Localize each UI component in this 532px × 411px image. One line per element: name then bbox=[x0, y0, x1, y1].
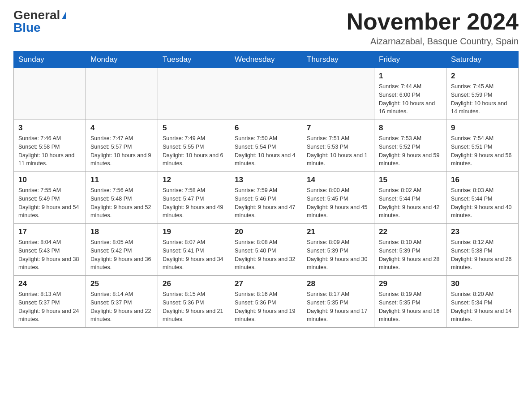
table-row bbox=[14, 68, 86, 120]
day-info: Sunrise: 8:10 AMSunset: 5:39 PMDaylight:… bbox=[379, 238, 442, 272]
day-number: 21 bbox=[307, 227, 369, 236]
location-text: Aizarnazabal, Basque Country, Spain bbox=[347, 36, 519, 47]
table-row: 19Sunrise: 8:07 AMSunset: 5:41 PMDayligh… bbox=[158, 224, 230, 276]
table-row: 12Sunrise: 7:58 AMSunset: 5:47 PMDayligh… bbox=[158, 172, 230, 224]
table-row: 10Sunrise: 7:55 AMSunset: 5:49 PMDayligh… bbox=[14, 172, 86, 224]
day-info: Sunrise: 8:04 AMSunset: 5:43 PMDaylight:… bbox=[18, 238, 81, 272]
day-info: Sunrise: 7:47 AMSunset: 5:57 PMDaylight:… bbox=[90, 134, 153, 168]
calendar-table: Sunday Monday Tuesday Wednesday Thursday… bbox=[13, 51, 519, 328]
table-row: 7Sunrise: 7:51 AMSunset: 5:53 PMDaylight… bbox=[302, 120, 374, 172]
table-row: 23Sunrise: 8:12 AMSunset: 5:38 PMDayligh… bbox=[446, 224, 519, 276]
day-info: Sunrise: 8:16 AMSunset: 5:36 PMDaylight:… bbox=[235, 290, 297, 324]
day-info: Sunrise: 7:56 AMSunset: 5:48 PMDaylight:… bbox=[90, 186, 153, 220]
day-info: Sunrise: 8:07 AMSunset: 5:41 PMDaylight:… bbox=[163, 238, 225, 272]
day-number: 13 bbox=[235, 176, 297, 184]
day-number: 4 bbox=[90, 124, 153, 133]
table-row: 5Sunrise: 7:49 AMSunset: 5:55 PMDaylight… bbox=[158, 120, 230, 172]
logo-blue-text: Blue bbox=[13, 21, 41, 34]
day-info: Sunrise: 8:05 AMSunset: 5:42 PMDaylight:… bbox=[90, 238, 153, 272]
table-row: 6Sunrise: 7:50 AMSunset: 5:54 PMDaylight… bbox=[230, 120, 302, 172]
day-info: Sunrise: 7:45 AMSunset: 5:59 PMDaylight:… bbox=[451, 82, 514, 116]
day-number: 23 bbox=[451, 227, 514, 236]
header-wednesday: Wednesday bbox=[230, 51, 302, 68]
day-number: 3 bbox=[18, 124, 81, 133]
table-row: 13Sunrise: 7:59 AMSunset: 5:46 PMDayligh… bbox=[230, 172, 302, 224]
table-row: 22Sunrise: 8:10 AMSunset: 5:39 PMDayligh… bbox=[374, 224, 446, 276]
day-number: 24 bbox=[18, 279, 81, 288]
title-section: November 2024 Aizarnazabal, Basque Count… bbox=[347, 9, 519, 47]
day-info: Sunrise: 7:51 AMSunset: 5:53 PMDaylight:… bbox=[307, 134, 369, 168]
calendar-header-row: Sunday Monday Tuesday Wednesday Thursday… bbox=[14, 51, 519, 68]
page-header: General Blue November 2024 Aizarnazabal,… bbox=[13, 9, 519, 47]
logo: General Blue bbox=[13, 9, 66, 34]
day-number: 15 bbox=[379, 176, 442, 184]
day-info: Sunrise: 8:08 AMSunset: 5:40 PMDaylight:… bbox=[235, 238, 297, 272]
header-saturday: Saturday bbox=[446, 51, 519, 68]
table-row: 9Sunrise: 7:54 AMSunset: 5:51 PMDaylight… bbox=[446, 120, 519, 172]
day-number: 25 bbox=[90, 279, 153, 288]
day-number: 2 bbox=[451, 72, 514, 81]
table-row: 14Sunrise: 8:00 AMSunset: 5:45 PMDayligh… bbox=[302, 172, 374, 224]
table-row bbox=[86, 68, 158, 120]
day-info: Sunrise: 8:14 AMSunset: 5:37 PMDaylight:… bbox=[90, 290, 153, 324]
month-title: November 2024 bbox=[347, 9, 519, 34]
day-number: 14 bbox=[307, 176, 369, 184]
table-row: 29Sunrise: 8:19 AMSunset: 5:35 PMDayligh… bbox=[374, 276, 446, 328]
logo-general-text: General bbox=[13, 9, 60, 21]
day-number: 28 bbox=[307, 279, 369, 288]
day-info: Sunrise: 8:03 AMSunset: 5:44 PMDaylight:… bbox=[451, 186, 514, 220]
table-row bbox=[158, 68, 230, 120]
day-info: Sunrise: 8:12 AMSunset: 5:38 PMDaylight:… bbox=[451, 238, 514, 272]
day-number: 9 bbox=[451, 124, 514, 133]
table-row: 28Sunrise: 8:17 AMSunset: 5:35 PMDayligh… bbox=[302, 276, 374, 328]
header-tuesday: Tuesday bbox=[158, 51, 230, 68]
day-info: Sunrise: 7:55 AMSunset: 5:49 PMDaylight:… bbox=[18, 186, 81, 220]
table-row: 26Sunrise: 8:15 AMSunset: 5:36 PMDayligh… bbox=[158, 276, 230, 328]
day-number: 17 bbox=[18, 227, 81, 236]
day-info: Sunrise: 7:58 AMSunset: 5:47 PMDaylight:… bbox=[163, 186, 225, 220]
table-row: 30Sunrise: 8:20 AMSunset: 5:34 PMDayligh… bbox=[446, 276, 519, 328]
day-number: 8 bbox=[379, 124, 442, 133]
table-row: 17Sunrise: 8:04 AMSunset: 5:43 PMDayligh… bbox=[14, 224, 86, 276]
table-row bbox=[230, 68, 302, 120]
day-info: Sunrise: 8:19 AMSunset: 5:35 PMDaylight:… bbox=[379, 290, 442, 324]
day-info: Sunrise: 7:54 AMSunset: 5:51 PMDaylight:… bbox=[451, 134, 514, 168]
header-friday: Friday bbox=[374, 51, 446, 68]
table-row: 3Sunrise: 7:46 AMSunset: 5:58 PMDaylight… bbox=[14, 120, 86, 172]
day-number: 22 bbox=[379, 227, 442, 236]
day-number: 11 bbox=[90, 176, 153, 184]
table-row: 15Sunrise: 8:02 AMSunset: 5:44 PMDayligh… bbox=[374, 172, 446, 224]
header-monday: Monday bbox=[86, 51, 158, 68]
day-info: Sunrise: 8:17 AMSunset: 5:35 PMDaylight:… bbox=[307, 290, 369, 324]
calendar-week-row: 3Sunrise: 7:46 AMSunset: 5:58 PMDaylight… bbox=[14, 120, 519, 172]
header-sunday: Sunday bbox=[14, 51, 86, 68]
day-info: Sunrise: 7:44 AMSunset: 6:00 PMDaylight:… bbox=[379, 82, 442, 116]
day-info: Sunrise: 7:59 AMSunset: 5:46 PMDaylight:… bbox=[235, 186, 297, 220]
day-number: 20 bbox=[235, 227, 297, 236]
day-number: 1 bbox=[379, 72, 442, 81]
day-info: Sunrise: 7:49 AMSunset: 5:55 PMDaylight:… bbox=[163, 134, 225, 168]
day-info: Sunrise: 8:02 AMSunset: 5:44 PMDaylight:… bbox=[379, 186, 442, 220]
day-info: Sunrise: 8:15 AMSunset: 5:36 PMDaylight:… bbox=[163, 290, 225, 324]
table-row: 11Sunrise: 7:56 AMSunset: 5:48 PMDayligh… bbox=[86, 172, 158, 224]
day-number: 18 bbox=[90, 227, 153, 236]
calendar-week-row: 24Sunrise: 8:13 AMSunset: 5:37 PMDayligh… bbox=[14, 276, 519, 328]
table-row: 24Sunrise: 8:13 AMSunset: 5:37 PMDayligh… bbox=[14, 276, 86, 328]
day-number: 16 bbox=[451, 176, 514, 184]
day-info: Sunrise: 7:46 AMSunset: 5:58 PMDaylight:… bbox=[18, 134, 81, 168]
table-row: 21Sunrise: 8:09 AMSunset: 5:39 PMDayligh… bbox=[302, 224, 374, 276]
calendar-week-row: 17Sunrise: 8:04 AMSunset: 5:43 PMDayligh… bbox=[14, 224, 519, 276]
day-info: Sunrise: 8:20 AMSunset: 5:34 PMDaylight:… bbox=[451, 290, 514, 324]
day-info: Sunrise: 8:13 AMSunset: 5:37 PMDaylight:… bbox=[18, 290, 81, 324]
table-row: 25Sunrise: 8:14 AMSunset: 5:37 PMDayligh… bbox=[86, 276, 158, 328]
day-number: 27 bbox=[235, 279, 297, 288]
table-row: 18Sunrise: 8:05 AMSunset: 5:42 PMDayligh… bbox=[86, 224, 158, 276]
day-number: 29 bbox=[379, 279, 442, 288]
day-number: 19 bbox=[163, 227, 225, 236]
table-row: 4Sunrise: 7:47 AMSunset: 5:57 PMDaylight… bbox=[86, 120, 158, 172]
day-info: Sunrise: 7:50 AMSunset: 5:54 PMDaylight:… bbox=[235, 134, 297, 168]
day-info: Sunrise: 7:53 AMSunset: 5:52 PMDaylight:… bbox=[379, 134, 442, 168]
day-number: 26 bbox=[163, 279, 225, 288]
day-number: 10 bbox=[18, 176, 81, 184]
table-row: 27Sunrise: 8:16 AMSunset: 5:36 PMDayligh… bbox=[230, 276, 302, 328]
